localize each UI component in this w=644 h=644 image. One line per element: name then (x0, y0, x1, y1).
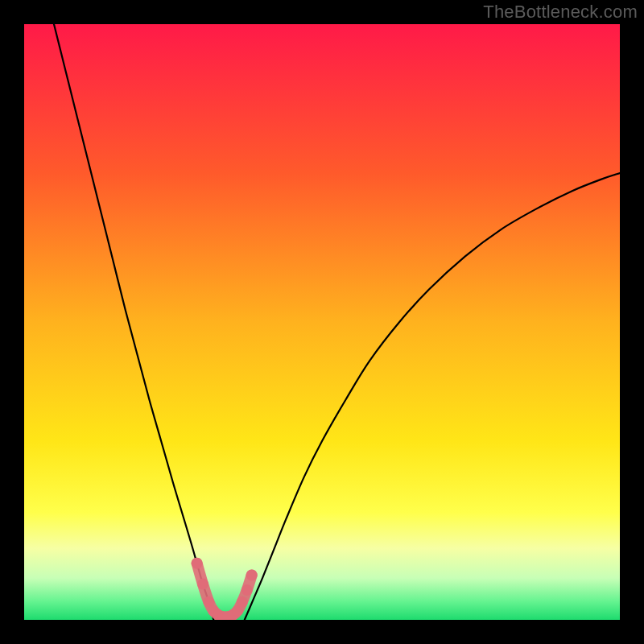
chart-plot-area (24, 24, 620, 620)
outer-frame: TheBottleneck.com (0, 0, 644, 644)
marker-floor-markers-pink-10 (242, 584, 253, 596)
watermark-text: TheBottleneck.com (483, 2, 638, 23)
marker-floor-markers-pink-11 (246, 570, 258, 581)
marker-floor-markers-pink-1 (197, 579, 208, 590)
marker-floor-markers-pink-9 (237, 597, 248, 608)
chart-svg (24, 24, 620, 620)
gradient-background (24, 24, 620, 620)
marker-floor-markers-pink-0 (192, 558, 203, 569)
